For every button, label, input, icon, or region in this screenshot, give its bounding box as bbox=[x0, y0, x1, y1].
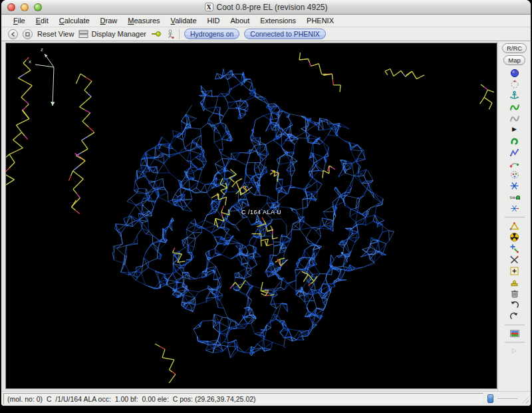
toolbar-divider bbox=[505, 325, 525, 325]
status-bar: (mol. no: 0) C /1/U/164 ALA occ: 1.00 bf… bbox=[1, 391, 531, 406]
menu-phenix[interactable]: PHENIX bbox=[301, 17, 339, 25]
add-alt-conf-icon[interactable] bbox=[509, 254, 521, 265]
rrc-button[interactable]: R/RC bbox=[502, 43, 527, 53]
flip-sidechain-icon[interactable]: Side bbox=[509, 192, 520, 203]
symmetry-anchor-icon[interactable] bbox=[509, 90, 521, 101]
window-title-text: Coot 0.8-pre EL (revision 4925) bbox=[217, 3, 328, 12]
run-script-icon[interactable]: ▷ bbox=[509, 345, 521, 356]
back-arrow-icon bbox=[10, 31, 16, 37]
traffic-lights bbox=[7, 3, 42, 11]
display-manager-label: Display Manager bbox=[91, 30, 146, 38]
reset-view-button[interactable]: Reset View bbox=[37, 30, 74, 38]
main-toolbar: Reset View Display Manager Hydrogens on … bbox=[1, 27, 531, 41]
status-text: (mol. no: 0) C /1/U/164 ALA occ: 1.00 bf… bbox=[7, 395, 256, 403]
resize-grip[interactable] bbox=[521, 394, 529, 404]
menu-edit[interactable]: Edit bbox=[31, 17, 54, 25]
menu-extensions[interactable]: Extensions bbox=[255, 17, 301, 25]
add-atom-icon[interactable] bbox=[509, 265, 521, 277]
minimize-button[interactable] bbox=[21, 3, 29, 11]
toolbar-divider bbox=[505, 217, 525, 217]
rotamers-icon[interactable] bbox=[509, 169, 521, 180]
model-refine-toolbar: R/RC Map ▶ bbox=[497, 41, 531, 391]
view-sphere-icon[interactable] bbox=[509, 67, 521, 78]
real-space-refine-icon[interactable] bbox=[509, 101, 521, 112]
undo-icon[interactable] bbox=[509, 299, 521, 311]
torsion-general-icon[interactable] bbox=[509, 203, 521, 214]
status-field: (mol. no: 0) C /1/U/164 ALA occ: 1.00 bf… bbox=[3, 393, 483, 404]
delete-item-icon[interactable] bbox=[509, 288, 521, 299]
toolbar-stop-button[interactable] bbox=[23, 29, 33, 39]
redo-icon[interactable] bbox=[509, 311, 521, 322]
hydrogens-toggle-button[interactable]: Hydrogens on bbox=[184, 29, 239, 39]
rotate-translate-icon[interactable] bbox=[509, 146, 521, 158]
menu-validate[interactable]: Validate bbox=[166, 17, 202, 25]
phenix-connection-button[interactable]: Connected to PHENIX bbox=[244, 29, 325, 39]
mutate-autofit-icon[interactable] bbox=[509, 231, 521, 243]
main-area: C /164 ALA U R/RC Map ▶ bbox=[1, 41, 531, 391]
density-canvas[interactable] bbox=[6, 43, 497, 388]
atom-label: C /164 ALA U bbox=[241, 209, 281, 215]
auto-fit-rotamer-icon[interactable] bbox=[509, 158, 521, 169]
layers-icon bbox=[78, 30, 88, 39]
square-icon bbox=[25, 31, 31, 37]
pepflip-icon[interactable] bbox=[509, 220, 521, 231]
run-refmac-icon[interactable] bbox=[509, 328, 521, 339]
toolbar-separator bbox=[179, 29, 180, 39]
x11-icon: X bbox=[205, 3, 213, 11]
menu-bar: File Edit Calculate Draw Measures Valida… bbox=[1, 15, 531, 27]
flip-sidechain-label: Side bbox=[509, 196, 515, 199]
toolbar-back-button[interactable] bbox=[8, 29, 18, 39]
display-manager-button[interactable]: Display Manager bbox=[78, 30, 146, 39]
edit-chi-angles-icon[interactable] bbox=[509, 180, 521, 192]
place-atom-at-pointer-icon[interactable] bbox=[509, 277, 521, 288]
ligand-builder-icon[interactable] bbox=[166, 29, 174, 39]
rigid-body-fit-icon[interactable] bbox=[509, 135, 521, 146]
add-terminal-residue-icon[interactable] bbox=[509, 243, 521, 254]
go-to-atom-icon[interactable] bbox=[151, 29, 162, 39]
menu-about[interactable]: About bbox=[225, 17, 255, 25]
fixed-atoms-icon[interactable]: ▶ bbox=[509, 124, 521, 135]
menu-hid[interactable]: HID bbox=[202, 17, 225, 25]
zoom-button[interactable] bbox=[34, 3, 42, 11]
window-title: X Coot 0.8-pre EL (revision 4925) bbox=[205, 3, 328, 12]
regularize-zone-icon[interactable] bbox=[509, 112, 521, 124]
3d-viewport[interactable]: C /164 ALA U bbox=[5, 43, 497, 389]
clipping-circle-icon[interactable] bbox=[509, 78, 521, 90]
status-slider[interactable] bbox=[497, 398, 517, 400]
coot-window: X Coot 0.8-pre EL (revision 4925) File E… bbox=[1, 0, 531, 406]
menu-file[interactable]: File bbox=[8, 17, 31, 25]
toolbar-divider bbox=[505, 342, 525, 343]
flip-sidechain-dome bbox=[516, 196, 520, 200]
status-indicator[interactable] bbox=[487, 394, 493, 403]
menu-calculate[interactable]: Calculate bbox=[54, 17, 95, 25]
menu-measures[interactable]: Measures bbox=[122, 17, 165, 25]
close-button[interactable] bbox=[7, 3, 15, 11]
title-bar[interactable]: X Coot 0.8-pre EL (revision 4925) bbox=[1, 0, 531, 15]
menu-draw[interactable]: Draw bbox=[95, 17, 123, 25]
map-button[interactable]: Map bbox=[503, 55, 525, 65]
